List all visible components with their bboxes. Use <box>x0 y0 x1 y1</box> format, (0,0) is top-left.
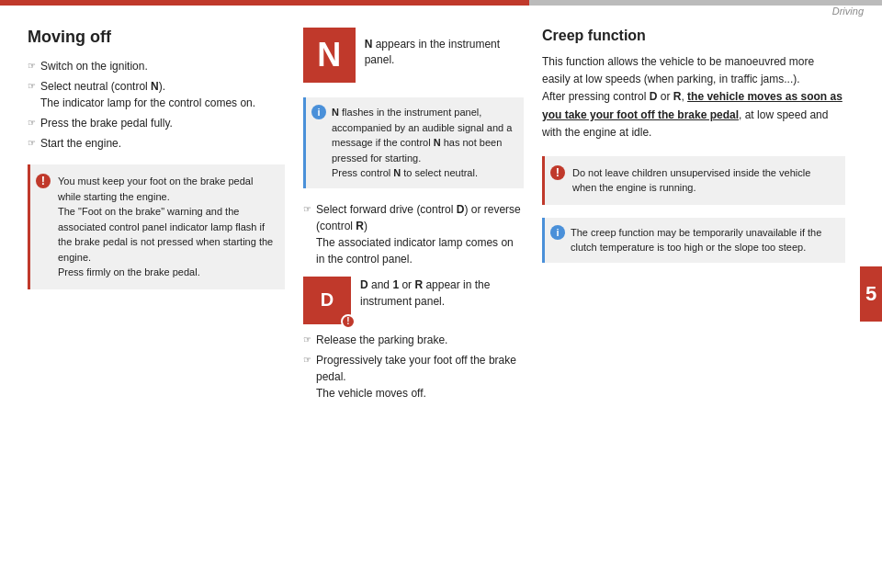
right-column: Creep function This function allows the … <box>542 28 845 570</box>
moving-off-steps: Switch on the ignition. Select neutral (… <box>28 58 285 152</box>
top-bar <box>0 0 882 17</box>
forward-step-1: Select forward drive (control D) or reve… <box>303 201 524 267</box>
creep-title: Creep function <box>542 28 845 44</box>
creep-description: This function allows the vehicle to be m… <box>542 53 845 141</box>
info-box-creep: i The creep function may be temporarily … <box>542 218 845 263</box>
release-steps: Release the parking brake. Progressively… <box>303 332 524 401</box>
step-1: Switch on the ignition. <box>28 58 285 74</box>
d1-text: D and 1 or R appear in the instrument pa… <box>360 277 524 310</box>
d1-exclaim: ! <box>341 314 356 329</box>
section-title: Moving off <box>28 28 285 47</box>
section-label: Driving <box>832 6 864 17</box>
warning-text-children: Do not leave children unsupervised insid… <box>572 167 810 194</box>
info-text-1: N flashes in the instrument panel, accom… <box>332 107 512 178</box>
middle-column: N N appears in the instrument panel. i N… <box>303 28 524 570</box>
warning-box-children: ! Do not leave children unsupervised ins… <box>542 156 845 205</box>
warning-icon: ! <box>36 174 51 188</box>
main-content: Moving off Switch on the ignition. Selec… <box>28 28 845 570</box>
n-appears-text: N appears in the instrument panel. <box>365 37 524 68</box>
info-box-n-flashes: i N flashes in the instrument panel, acc… <box>303 97 524 188</box>
warning-icon-2: ! <box>550 165 565 180</box>
info-icon-2: i <box>550 225 565 240</box>
step-3: Press the brake pedal fully. <box>28 115 285 131</box>
warning-box-brake: ! You must keep your foot on the brake p… <box>28 164 285 289</box>
info-icon-1: i <box>311 105 326 119</box>
chapter-tab: 5 <box>860 266 882 322</box>
forward-steps: Select forward drive (control D) or reve… <box>303 201 524 267</box>
release-step-2: Progressively take your foot off the bra… <box>303 352 524 401</box>
info-text-creep: The creep function may be temporarily un… <box>571 227 821 254</box>
top-bar-red <box>0 0 529 6</box>
left-column: Moving off Switch on the ignition. Selec… <box>28 28 285 570</box>
top-bar-gray <box>529 0 882 6</box>
n-badge: N <box>303 28 356 83</box>
d1-badge: D ! <box>303 277 351 324</box>
warning-text: You must keep your foot on the brake ped… <box>58 175 273 277</box>
release-step-1: Release the parking brake. <box>303 332 524 348</box>
step-2: Select neutral (control N).The indicator… <box>28 78 285 111</box>
step-4: Start the engine. <box>28 135 285 152</box>
